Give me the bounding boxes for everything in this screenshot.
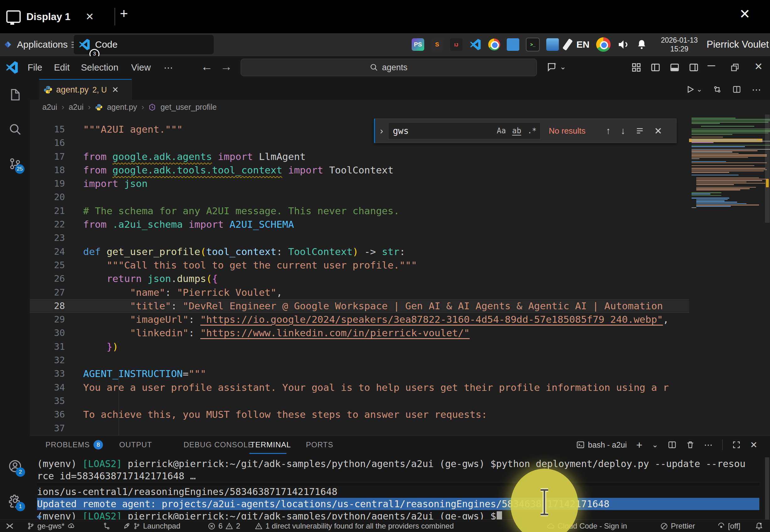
terminal-instance[interactable]: bash - a2ui [576,440,627,450]
new-display-button[interactable]: + [120,6,128,21]
chrome-tray-icon[interactable] [488,39,500,51]
vulnerability-status[interactable]: 1 direct vulnerability found for all the… [255,520,454,532]
editor-scrollbar[interactable] [765,114,770,435]
tab-output[interactable]: OUTPUT [119,436,152,454]
code-line-21[interactable]: 21# The schema for any A2UI message. Thi… [30,204,689,218]
terminal-output[interactable]: (myenv) [LOAS2] pierrick@pierrick:~/git/… [37,458,759,522]
code-line-25[interactable]: 25 """Call this tool to get the current … [30,258,689,272]
menu-selection[interactable]: Selection [78,56,121,79]
notifications-status[interactable] [755,520,763,532]
sublime-tray-icon[interactable]: S [431,38,443,51]
find-in-selection-icon[interactable] [635,126,644,135]
code-line-34[interactable]: 34You are a user profile assistant. Your… [30,381,689,394]
code-line-27[interactable]: 27 "name": "Pierrick Voulet", [30,286,689,299]
taskbar-window-button[interactable]: 3 Code [74,35,214,54]
find-input[interactable]: gws Aa ab .* [388,122,541,139]
clock[interactable]: 2026-01-13 15:29 [659,36,700,53]
terminal-tray-icon[interactable]: >_ [526,38,540,51]
vscode-tray-icon[interactable] [469,38,482,51]
pycharm-tray-icon[interactable]: PS [412,38,424,51]
find-previous-icon[interactable]: ↑ [606,125,611,136]
compare-changes-status[interactable] [103,520,110,532]
terminal-line-selected[interactable]: Updated remote agent: projects/a2ui-agen… [37,498,759,510]
intellij-tray-icon[interactable]: IJ [450,38,463,51]
code-line-24[interactable]: 24def get_user_profile(tool_context: Too… [30,245,689,258]
split-editor-icon[interactable] [732,85,741,94]
window-minimize-icon[interactable]: ─ [708,59,715,72]
split-terminal-icon[interactable] [668,440,676,449]
customize-layout-icon[interactable] [631,62,641,72]
settings-gear-icon[interactable]: 1 [8,494,22,508]
terminal-line[interactable]: rce id=5834638717142171648 … [37,470,759,482]
toggle-panel-icon[interactable] [670,62,680,72]
minimap[interactable] [689,114,765,435]
tab-debug-console[interactable]: DEBUG CONSOLE [184,436,253,454]
volume-icon[interactable] [617,38,630,51]
toggle-secondary-sidebar-icon[interactable] [689,62,699,72]
code-line-22[interactable]: 22from .a2ui_schema import A2UI_SCHEMA [30,218,689,231]
terminal-line[interactable]: ions/us-central1/reasoningEngines/583463… [37,486,759,498]
whole-word-icon[interactable]: ab [512,126,521,135]
code-line-26[interactable]: 26 return json.dumps({ [30,272,689,285]
scrollbar-thumb[interactable] [765,114,770,223]
code-line-31[interactable]: 31 }) [30,340,689,354]
code-line-36[interactable]: 36To achieve this, you MUST follow these… [30,408,689,421]
accounts-icon[interactable]: 2 [8,459,22,473]
remote-tab-close-icon[interactable]: ✕ [86,11,94,23]
navigate-forward-icon[interactable]: → [220,60,232,73]
regex-icon[interactable]: .* [527,126,537,135]
maximize-panel-icon[interactable] [732,440,741,449]
applications-menu[interactable]: Applications [3,33,78,56]
remote-indicator[interactable] [6,520,14,532]
code-line-35[interactable]: 35 [30,394,689,408]
tab-close-icon[interactable]: ✕ [112,85,119,95]
code-line-29[interactable]: 29 "imageUrl": "https://io.google/2024/s… [30,313,689,326]
code-line-19[interactable]: 19import json [30,177,689,190]
terminal-scrollbar[interactable] [765,457,769,529]
kill-terminal-icon[interactable] [686,440,695,449]
terminal-dropdown-icon[interactable]: ⌄ [652,440,658,449]
launchpad-status[interactable]: Launchpad [123,520,180,532]
search-sidebar-icon[interactable] [8,122,22,136]
menu-more[interactable]: ⋯ [161,56,176,79]
display-tray-icon[interactable] [546,38,559,51]
close-panel-icon[interactable]: ✕ [750,440,757,450]
tab-agent-py[interactable]: agent.py 2, U ✕ [39,79,132,100]
window-restore-icon[interactable] [730,63,739,72]
chrome-icon-large[interactable] [596,37,611,52]
problems-status[interactable]: 6 2 [208,520,240,532]
stylus-tray-icon[interactable] [562,38,573,51]
remote-close-icon[interactable]: ✕ [739,6,750,22]
screencast-status[interactable]: [off] [717,520,741,532]
navigate-back-icon[interactable]: ← [201,60,213,73]
code-line-28[interactable]: 28 "title": "DevRel Engineer @ Google Wo… [30,299,689,313]
code-line-32[interactable]: 32 [30,354,689,367]
tab-ports[interactable]: PORTS [306,436,333,454]
find-close-icon[interactable]: ✕ [654,125,662,136]
breadcrumb-folder[interactable]: a2ui [42,103,57,112]
find-next-icon[interactable]: ↓ [621,125,625,136]
explorer-icon[interactable] [8,88,22,102]
copilot-button[interactable]: ⌄ [546,61,566,72]
prettier-status[interactable]: Prettier [660,520,695,532]
panel-more-actions-icon[interactable]: ⋯ [704,440,713,450]
code-line-17[interactable]: 17from google.adk.agents import LlmAgent [30,150,689,163]
source-control-icon[interactable]: 25 [8,157,22,171]
remote-display-tab[interactable]: Display 1 ✕ [6,7,94,26]
code-line-20[interactable]: 20 [30,190,689,204]
toggle-sidebar-icon[interactable] [650,62,660,72]
file-manager-tray-icon[interactable] [507,38,519,51]
menu-edit[interactable]: Edit [51,56,73,79]
code-line-23[interactable]: 23 [30,231,689,245]
git-branch-status[interactable]: ge-gws* [27,520,75,532]
run-python-button[interactable]: ⌄ [686,85,702,94]
window-close-icon[interactable]: ✕ [754,61,763,72]
tab-problems[interactable]: PROBLEMS 8 [45,436,103,454]
menu-file[interactable]: File [24,56,45,79]
code-line-37[interactable]: 37 [30,422,689,435]
tab-terminal[interactable]: TERMINAL [250,436,291,454]
notification-bell-icon[interactable] [636,39,647,51]
breadcrumb-file[interactable]: agent.py [107,103,137,112]
code-line-30[interactable]: 30 "linkedin": "https://www.linkedin.com… [30,326,689,340]
match-case-icon[interactable]: Aa [497,126,506,135]
